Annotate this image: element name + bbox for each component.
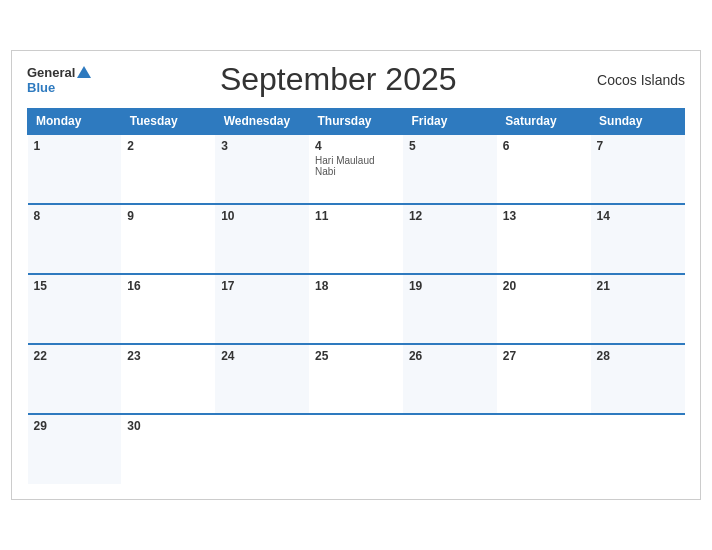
- day-number: 6: [503, 139, 585, 153]
- calendar-day-cell: 5: [403, 134, 497, 204]
- logo-blue-text: Blue: [27, 80, 55, 95]
- calendar-day-cell: 18: [309, 274, 403, 344]
- calendar-day-cell: 25: [309, 344, 403, 414]
- day-number: 12: [409, 209, 491, 223]
- day-number: 3: [221, 139, 303, 153]
- day-number: 13: [503, 209, 585, 223]
- weekday-header-sunday: Sunday: [591, 109, 685, 135]
- logo-general-text: General: [27, 65, 75, 80]
- day-number: 22: [34, 349, 116, 363]
- day-number: 15: [34, 279, 116, 293]
- day-number: 28: [597, 349, 679, 363]
- calendar-day-cell: 8: [28, 204, 122, 274]
- calendar-day-cell: 20: [497, 274, 591, 344]
- calendar-day-cell: 19: [403, 274, 497, 344]
- logo-area: General Blue: [27, 65, 91, 95]
- calendar-day-cell: 1: [28, 134, 122, 204]
- calendar-week-row: 15161718192021: [28, 274, 685, 344]
- calendar-day-cell: 4Hari Maulaud Nabi: [309, 134, 403, 204]
- day-number: 27: [503, 349, 585, 363]
- calendar-day-cell: 27: [497, 344, 591, 414]
- day-number: 5: [409, 139, 491, 153]
- calendar-day-cell: 14: [591, 204, 685, 274]
- calendar-day-cell: 2: [121, 134, 215, 204]
- weekday-header-row: MondayTuesdayWednesdayThursdayFridaySatu…: [28, 109, 685, 135]
- calendar-day-cell: [403, 414, 497, 484]
- calendar-day-cell: 26: [403, 344, 497, 414]
- weekday-header-monday: Monday: [28, 109, 122, 135]
- calendar-day-cell: [215, 414, 309, 484]
- day-number: 10: [221, 209, 303, 223]
- day-number: 29: [34, 419, 116, 433]
- day-number: 17: [221, 279, 303, 293]
- day-number: 14: [597, 209, 679, 223]
- calendar-day-cell: [497, 414, 591, 484]
- calendar-day-cell: 17: [215, 274, 309, 344]
- day-number: 25: [315, 349, 397, 363]
- calendar-day-cell: 9: [121, 204, 215, 274]
- day-number: 26: [409, 349, 491, 363]
- calendar-day-cell: [591, 414, 685, 484]
- calendar-day-cell: 10: [215, 204, 309, 274]
- weekday-header-thursday: Thursday: [309, 109, 403, 135]
- day-number: 2: [127, 139, 209, 153]
- calendar-week-row: 891011121314: [28, 204, 685, 274]
- day-number: 20: [503, 279, 585, 293]
- calendar-title: September 2025: [91, 61, 585, 98]
- calendar-week-row: 1234Hari Maulaud Nabi567: [28, 134, 685, 204]
- day-number: 24: [221, 349, 303, 363]
- calendar-day-cell: 29: [28, 414, 122, 484]
- calendar-day-cell: 7: [591, 134, 685, 204]
- holiday-text: Hari Maulaud Nabi: [315, 155, 397, 177]
- calendar-day-cell: 13: [497, 204, 591, 274]
- calendar-container: General Blue September 2025 Cocos Island…: [11, 50, 701, 500]
- day-number: 21: [597, 279, 679, 293]
- calendar-table: MondayTuesdayWednesdayThursdayFridaySatu…: [27, 108, 685, 484]
- day-number: 23: [127, 349, 209, 363]
- weekday-header-saturday: Saturday: [497, 109, 591, 135]
- calendar-day-cell: 23: [121, 344, 215, 414]
- calendar-week-row: 2930: [28, 414, 685, 484]
- calendar-day-cell: 21: [591, 274, 685, 344]
- day-number: 30: [127, 419, 209, 433]
- calendar-day-cell: 3: [215, 134, 309, 204]
- weekday-header-tuesday: Tuesday: [121, 109, 215, 135]
- day-number: 11: [315, 209, 397, 223]
- day-number: 8: [34, 209, 116, 223]
- calendar-header: General Blue September 2025 Cocos Island…: [27, 61, 685, 98]
- day-number: 7: [597, 139, 679, 153]
- calendar-day-cell: 12: [403, 204, 497, 274]
- day-number: 9: [127, 209, 209, 223]
- logo-triangle-icon: [77, 66, 91, 78]
- calendar-day-cell: 28: [591, 344, 685, 414]
- calendar-day-cell: 15: [28, 274, 122, 344]
- calendar-day-cell: 30: [121, 414, 215, 484]
- weekday-header-friday: Friday: [403, 109, 497, 135]
- day-number: 4: [315, 139, 397, 153]
- calendar-day-cell: 11: [309, 204, 403, 274]
- calendar-day-cell: 24: [215, 344, 309, 414]
- region-label: Cocos Islands: [585, 72, 685, 88]
- day-number: 19: [409, 279, 491, 293]
- calendar-day-cell: 16: [121, 274, 215, 344]
- day-number: 1: [34, 139, 116, 153]
- calendar-day-cell: [309, 414, 403, 484]
- calendar-day-cell: 22: [28, 344, 122, 414]
- weekday-header-wednesday: Wednesday: [215, 109, 309, 135]
- calendar-day-cell: 6: [497, 134, 591, 204]
- calendar-week-row: 22232425262728: [28, 344, 685, 414]
- day-number: 16: [127, 279, 209, 293]
- day-number: 18: [315, 279, 397, 293]
